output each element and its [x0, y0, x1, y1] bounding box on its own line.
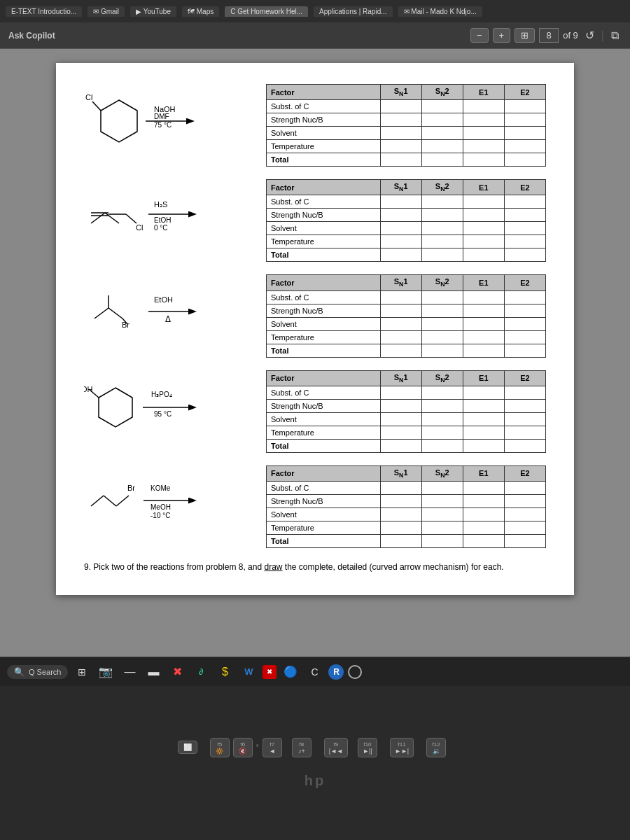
- col-e1: E1: [463, 85, 504, 100]
- svg-text:EtOH: EtOH: [154, 295, 173, 304]
- reaction-table-2: Factor SN1 SN2 E1 E2 Subst. of C Strengt…: [266, 179, 546, 262]
- factors-table-5: Factor SN1 SN2 E1 E2 Subst. of C Strengt…: [266, 465, 546, 548]
- tab-gmail[interactable]: ✉ Gmail: [88, 6, 125, 17]
- table-row: Temperature: [267, 521, 546, 534]
- keyboard-fn-row: ⬜ f5🔆 f6🔇 ° f7◄ f8♪+ f9|◄◄ f10►|| f11►►|…: [178, 738, 452, 757]
- key-screen[interactable]: ⬜: [178, 741, 197, 754]
- taskbar-arc-icon[interactable]: C: [304, 662, 324, 682]
- reaction-section-3: Br EtOH Δ Factor SN1 SN2: [84, 274, 546, 357]
- taskbar-r-icon[interactable]: R: [328, 664, 344, 680]
- table-row: Temperature: [267, 235, 546, 248]
- tab-etext[interactable]: E-TEXT Introductio...: [6, 6, 82, 17]
- reaction-structure-1: Cl NaOH DMF 75: [84, 84, 266, 158]
- taskbar-chrome-icon[interactable]: 🔵: [281, 662, 300, 682]
- taskbar-search-container[interactable]: 🔍 Q Search: [7, 665, 68, 679]
- table-row: Temperature: [267, 140, 546, 153]
- page-of-label: of 9: [563, 30, 578, 41]
- document-page: Cl NaOH DMF 75: [56, 63, 574, 595]
- factor-solvent: Solvent: [267, 127, 381, 140]
- key-f8[interactable]: f8♪+: [292, 738, 312, 757]
- reaction-section-5: Br KOMe MeOH -10 °C Factor SN1 SN2 E: [84, 465, 546, 548]
- keyboard-area: ⬜ f5🔆 f6🔇 ° f7◄ f8♪+ f9|◄◄ f10►|| f11►►|…: [0, 686, 630, 840]
- molecule-svg-2: Cl H₂S EtOH 0 °C: [84, 185, 224, 248]
- key-f9[interactable]: f9|◄◄: [324, 738, 348, 757]
- key-f5[interactable]: f5🔆: [210, 738, 230, 757]
- taskbar-close-icon[interactable]: ✖: [167, 662, 187, 682]
- table-row: Subst. of C: [267, 195, 546, 209]
- svg-line-34: [116, 496, 129, 506]
- page-number-input[interactable]: [539, 28, 559, 43]
- taskbar-desktop-icon[interactable]: ⊞: [72, 662, 92, 682]
- table-row: Solvent: [267, 412, 546, 426]
- factors-table-1: Factor SN1 SN2 E1 E2 Subst. of C: [266, 84, 546, 167]
- table-row: Total: [267, 248, 546, 262]
- svg-text:H₃PO₄: H₃PO₄: [151, 391, 172, 398]
- svg-line-19: [108, 308, 122, 318]
- table-row: Solvent: [267, 507, 546, 521]
- refresh-button[interactable]: ↺: [582, 27, 597, 43]
- svg-line-18: [94, 308, 108, 318]
- tab-maps[interactable]: 🗺 Maps: [182, 6, 219, 17]
- taskbar-circle-icon[interactable]: [348, 665, 362, 679]
- key-f6[interactable]: f6🔇: [233, 738, 253, 757]
- browser-tabs: E-TEXT Introductio... ✉ Gmail ▶ YouTube …: [0, 0, 630, 22]
- svg-text:.OH: .OH: [84, 385, 93, 393]
- svg-text:95 °C: 95 °C: [154, 410, 172, 418]
- molecule-svg-4: .OH H₃PO₄ 95 °C: [84, 376, 224, 439]
- svg-text:Cl: Cl: [136, 223, 143, 232]
- key-f12[interactable]: f12🔉: [426, 738, 446, 757]
- page-controls: − + ⊞ of 9 ↺ | ⧉: [470, 27, 622, 43]
- taskbar-dollar-icon[interactable]: $: [215, 662, 234, 682]
- taskbar-camera-icon[interactable]: 📷: [96, 662, 115, 682]
- reaction-table-3: Factor SN1 SN2 E1 E2 Subst. of C Strengt…: [266, 274, 546, 357]
- tab-mail[interactable]: ✉ Mail - Mado K Ndjo...: [398, 6, 482, 17]
- minus-button[interactable]: −: [470, 28, 489, 43]
- svg-line-2: [92, 102, 101, 111]
- taskbar-anki-icon[interactable]: ∂: [191, 662, 211, 682]
- taskbar-window-icon[interactable]: ▬: [144, 662, 163, 682]
- reaction-section-1: Cl NaOH DMF 75: [84, 84, 546, 167]
- table-row: Subst. of C: [267, 481, 546, 494]
- factor-nuc: Strength Nuc/B: [267, 113, 381, 127]
- molecule-svg-5: Br KOMe MeOH -10 °C: [84, 471, 224, 534]
- table-row: Temperature: [267, 330, 546, 344]
- svg-text:EtOH: EtOH: [154, 216, 171, 224]
- plus-button[interactable]: +: [493, 28, 511, 43]
- question-9-text: Pick two of the reactions from problem 8…: [93, 562, 503, 572]
- col-sn1: SN1: [380, 85, 421, 100]
- search-icon: 🔍: [14, 667, 24, 677]
- reaction-table-1: Factor SN1 SN2 E1 E2 Subst. of C: [266, 84, 546, 167]
- taskbar: 🔍 Q Search ⊞ 📷 — ▬ ✖ ∂ $ W ✖ 🔵 C R: [0, 657, 630, 686]
- key-f11[interactable]: f11►►|: [390, 738, 414, 757]
- copy-button[interactable]: ⧉: [608, 28, 622, 43]
- taskbar-search-label[interactable]: Q Search: [29, 668, 61, 676]
- svg-marker-0: [101, 100, 137, 142]
- svg-text:H₂S: H₂S: [154, 200, 167, 209]
- factors-table-4: Factor SN1 SN2 E1 E2 Subst. of C Strengt…: [266, 370, 546, 453]
- reaction-section-2: Cl H₂S EtOH 0 °C Factor SN1: [84, 179, 546, 262]
- tab-youtube[interactable]: ▶ YouTube: [130, 6, 176, 17]
- table-row: Solvent: [267, 317, 546, 330]
- tab-applications[interactable]: Applications | Rapid...: [314, 6, 393, 17]
- table-row: Subst. of C: [267, 100, 546, 113]
- table-row: Strength Nuc/B: [267, 399, 546, 412]
- ask-copilot-label[interactable]: Ask Copilot: [8, 31, 55, 41]
- svg-line-32: [91, 496, 104, 506]
- table-row: Total: [267, 439, 546, 452]
- taskbar-minimize-icon[interactable]: —: [120, 662, 139, 682]
- molecule-svg-1: Cl NaOH DMF 75: [84, 90, 224, 153]
- table-row: Subst. of C: [267, 386, 546, 399]
- view-mode-button[interactable]: ⊞: [514, 28, 535, 43]
- factors-table-2: Factor SN1 SN2 E1 E2 Subst. of C Strengt…: [266, 179, 546, 262]
- key-f10[interactable]: f10►||: [358, 738, 377, 757]
- reaction-table-4: Factor SN1 SN2 E1 E2 Subst. of C Strengt…: [266, 370, 546, 453]
- reaction-structure-3: Br EtOH Δ: [84, 274, 266, 349]
- reaction-section-4: .OH H₃PO₄ 95 °C Factor SN1 SN2 E1: [84, 370, 546, 453]
- taskbar-red-square[interactable]: ✖: [262, 665, 276, 679]
- table-row: Subst. of C: [267, 290, 546, 304]
- reaction-structure-5: Br KOMe MeOH -10 °C: [84, 465, 266, 540]
- factor-subst: Subst. of C: [267, 100, 381, 113]
- taskbar-word-icon[interactable]: W: [239, 662, 258, 682]
- tab-homework[interactable]: C Get Homework Hel...: [225, 6, 308, 17]
- key-f7[interactable]: f7◄: [262, 738, 282, 757]
